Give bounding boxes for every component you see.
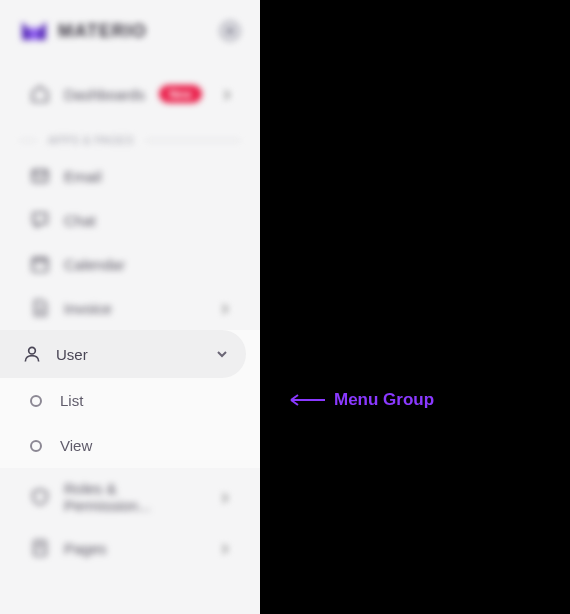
brand-header: MATERIO [20, 20, 240, 42]
chevron-right-icon [222, 86, 232, 103]
sidebar-item-chat[interactable]: Chat [20, 198, 240, 242]
circle-icon [30, 440, 42, 452]
dashboards-label: Dashboards [64, 86, 145, 103]
sidebar-item-email[interactable]: Email [20, 154, 240, 198]
calendar-icon [30, 254, 50, 274]
annotation-menu-group: Menu Group [290, 390, 434, 410]
sidebar-item-dashboards[interactable]: Dashboards New [20, 72, 240, 116]
sidebar-item-label: Chat [64, 212, 96, 229]
sidebar-item-label: User [56, 346, 88, 363]
arrow-left-icon [290, 394, 326, 406]
sidebar-item-label: Calendar [64, 256, 125, 273]
chevron-right-icon [220, 489, 230, 506]
invoice-icon [30, 298, 50, 318]
sidebar-item-label: Invoice [64, 300, 112, 317]
badge-new: New [159, 85, 202, 103]
sidebar-item-roles[interactable]: Roles & Permission... [20, 468, 240, 526]
sidebar: MATERIO Dashboards New APPS & PAGES Emai… [0, 0, 260, 614]
chevron-down-icon [216, 346, 228, 363]
subitem-label: View [60, 437, 92, 454]
svg-point-2 [29, 347, 36, 354]
user-icon [22, 344, 42, 364]
annotation-label: Menu Group [334, 390, 434, 410]
chevron-right-icon [220, 540, 230, 557]
pages-icon [30, 538, 50, 558]
brand-logo-icon [20, 20, 48, 42]
svg-rect-1 [33, 258, 48, 271]
sidebar-item-label: Roles & Permission... [64, 480, 206, 514]
section-header-apps: APPS & PAGES [20, 134, 240, 146]
subitem-label: List [60, 392, 83, 409]
sidebar-subitem-list[interactable]: List [0, 378, 260, 423]
sidebar-item-invoice[interactable]: Invoice [20, 286, 240, 330]
menu-group-user: User List View [0, 330, 260, 468]
sidebar-item-user[interactable]: User [0, 330, 246, 378]
chat-icon [30, 210, 50, 230]
shield-icon [30, 487, 50, 507]
mail-icon [30, 166, 50, 186]
sidebar-item-label: Email [64, 168, 102, 185]
sidebar-subitem-view[interactable]: View [0, 423, 260, 468]
sidebar-item-pages[interactable]: Pages [20, 526, 240, 570]
brand-name: MATERIO [58, 21, 147, 42]
sidebar-item-label: Pages [64, 540, 107, 557]
collapse-toggle-icon[interactable] [220, 21, 240, 41]
chevron-right-icon [220, 300, 230, 317]
circle-icon [30, 395, 42, 407]
sidebar-item-calendar[interactable]: Calendar [20, 242, 240, 286]
home-icon [30, 84, 50, 104]
